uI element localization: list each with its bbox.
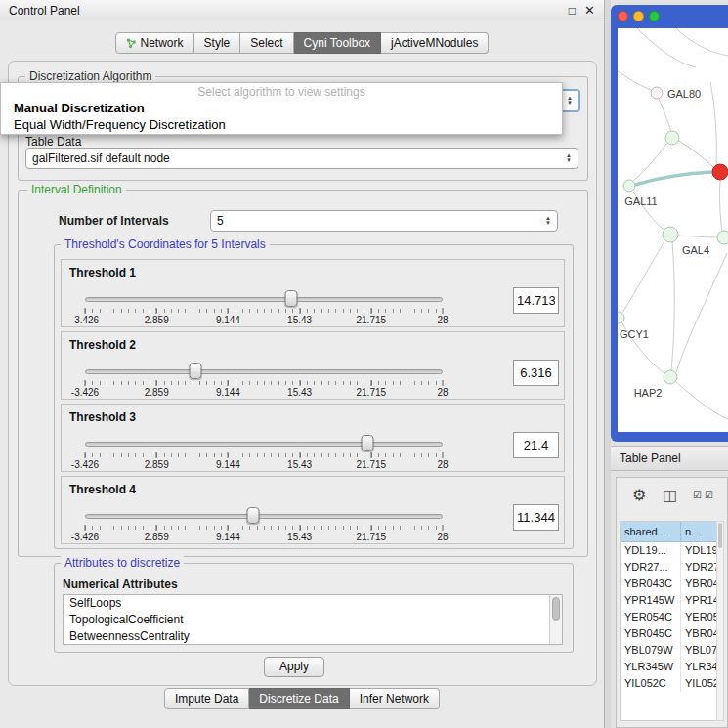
scrollbar-thumb[interactable]	[718, 523, 722, 548]
table-row[interactable]: YLR345WYLR345W	[621, 659, 718, 675]
interval-definition-group-title: Interval Definition	[27, 183, 126, 196]
table-row[interactable]: YDR27...YDR27...	[621, 559, 718, 576]
tab-label: Infer Network	[360, 692, 429, 706]
table-data-combobox[interactable]: galFiltered.sif default node ▲ ▼	[25, 148, 578, 169]
close-window-icon[interactable]: ✕	[584, 5, 595, 17]
float-window-icon[interactable]: □	[569, 5, 576, 17]
threshold-value-field[interactable]	[513, 287, 559, 314]
slider-major-tick	[156, 452, 157, 458]
threshold-slider[interactable]	[85, 289, 443, 313]
network-canvas[interactable]: GAL80GAL11GAL4GCY1HAP2	[618, 28, 728, 432]
attributes-list-scrollbar[interactable]	[549, 595, 562, 644]
network-node[interactable]	[663, 227, 678, 242]
gear-icon[interactable]: ⚙	[632, 486, 646, 504]
network-node-label: HAP2	[634, 387, 663, 399]
table-cell: YBR043C	[681, 576, 718, 592]
table-row[interactable]: YBR043CYBR043C	[621, 576, 718, 592]
threshold-slider[interactable]	[85, 362, 443, 385]
slider-minor-ticks	[85, 526, 443, 530]
threshold-value-field[interactable]	[513, 504, 559, 531]
slider-major-tick	[443, 452, 444, 458]
tab-style[interactable]: Style	[194, 32, 241, 54]
table-header-row: shared...n...	[621, 522, 718, 542]
slider-tick-label: -3.426	[71, 459, 99, 470]
tab-select[interactable]: Select	[240, 32, 293, 54]
slider-minor-ticks	[85, 453, 443, 457]
tab-label: Style	[204, 36, 231, 50]
attribute-list-item[interactable]: SelfLoops	[64, 595, 562, 612]
network-node[interactable]	[665, 131, 679, 145]
network-node[interactable]	[651, 87, 663, 99]
scrollbar-thumb[interactable]	[552, 597, 560, 621]
table-row[interactable]: YDL19...YDL19...	[621, 542, 718, 559]
minimize-traffic-light[interactable]	[633, 11, 644, 21]
arrow-down-icon: ▼	[545, 221, 551, 226]
threshold-value-field[interactable]	[513, 432, 559, 458]
algorithm-option[interactable]: Equal Width/Frequency Discretization	[1, 116, 562, 133]
slider-tick-label: 9.144	[216, 532, 240, 542]
numerical-attributes-list[interactable]: SelfLoopsTopologicalCoefficientBetweenne…	[63, 594, 563, 645]
network-graph[interactable]: GAL80GAL11GAL4GCY1HAP2	[618, 28, 728, 432]
slider-tick-label: 2.859	[145, 459, 169, 470]
table-data-combobox-value: galFiltered.sif default node	[32, 151, 562, 165]
slider-thumb[interactable]	[190, 363, 202, 379]
table-scrollbar[interactable]	[716, 521, 724, 721]
algorithm-option[interactable]: Manual Discretization	[1, 100, 562, 116]
threshold-label: Threshold 2	[69, 338, 136, 352]
slider-tick-label: 15.43	[287, 532, 312, 542]
table-row[interactable]: YER054CYER054C	[621, 609, 718, 625]
table-row[interactable]: YPR145WYPR145W	[621, 592, 718, 609]
slider-thumb[interactable]	[247, 507, 260, 524]
zoom-traffic-light[interactable]	[649, 11, 660, 21]
slider-tick-labels: -3.4262.8599.14415.4321.71528	[85, 532, 443, 543]
tab-discretize-data[interactable]: Discretize Data	[249, 688, 349, 709]
network-node[interactable]	[717, 231, 728, 244]
table-cell: YLR345W	[621, 659, 681, 675]
slider-tick-labels: -3.4262.8599.14415.4321.71528	[85, 459, 443, 471]
slider-thumb[interactable]	[362, 435, 374, 451]
table-row[interactable]: YIL052CYIL052C	[621, 675, 718, 692]
table-column-header[interactable]: shared...	[621, 522, 681, 542]
window-traffic-lights	[618, 11, 660, 21]
tab-impute-data[interactable]: Impute Data	[164, 688, 249, 709]
tab-network[interactable]: Network	[115, 32, 194, 54]
tab-label: Network	[141, 36, 184, 50]
combo-arrows-icon: ▲ ▼	[567, 96, 573, 106]
table-cell: YER054C	[681, 609, 718, 625]
close-traffic-light[interactable]	[618, 11, 628, 21]
table-cell: YDR27...	[621, 559, 681, 576]
slider-tick-label: 15.43	[287, 459, 312, 470]
slider-major-tick	[370, 525, 371, 531]
select-all-icon[interactable]: ☑	[693, 490, 702, 500]
threshold-slider[interactable]	[85, 434, 443, 457]
table-panel-title: Table Panel	[611, 446, 728, 471]
threshold-label: Threshold 1	[69, 266, 136, 279]
select-shown-icon[interactable]: ☑	[705, 490, 713, 500]
attribute-list-item[interactable]: BetweennessCentrality	[64, 628, 562, 645]
table-column-header[interactable]: n...	[681, 522, 718, 542]
threshold-value-field[interactable]	[513, 360, 559, 386]
network-node[interactable]	[623, 180, 635, 192]
network-node-selected[interactable]	[712, 164, 728, 180]
attributes-group-title: Attributes to discretize	[61, 556, 184, 570]
table-row[interactable]: YBL079WYBL079W	[621, 642, 718, 659]
slider-tick-labels: -3.4262.8599.14415.4321.71528	[85, 387, 443, 399]
slider-tick-label: 9.144	[216, 387, 240, 398]
slider-major-tick	[370, 452, 371, 458]
columns-icon[interactable]: ◫	[663, 486, 677, 504]
slider-tick-label: 21.715	[357, 387, 387, 398]
slider-thumb[interactable]	[285, 290, 298, 307]
tab-jactivemnodules[interactable]: jActiveMNodules	[381, 32, 489, 54]
table-rows: YDL19...YDL19...YDR27...YDR27...YBR043CY…	[621, 542, 718, 692]
number-of-intervals-combobox[interactable]: 5 ▲ ▼	[210, 210, 558, 232]
slider-tick-label: 28	[437, 315, 448, 325]
tab-infer-network[interactable]: Infer Network	[350, 688, 440, 709]
tab-cyni-toolbox[interactable]: Cyni Toolbox	[294, 32, 381, 54]
slider-track	[85, 442, 443, 447]
network-node[interactable]	[664, 370, 677, 384]
apply-button[interactable]: Apply	[264, 657, 324, 677]
table-row[interactable]: YBR045CYBR045C	[621, 625, 718, 642]
threshold-slider[interactable]	[85, 506, 443, 530]
network-node[interactable]	[618, 312, 624, 323]
attribute-list-item[interactable]: TopologicalCoefficient	[64, 612, 562, 628]
